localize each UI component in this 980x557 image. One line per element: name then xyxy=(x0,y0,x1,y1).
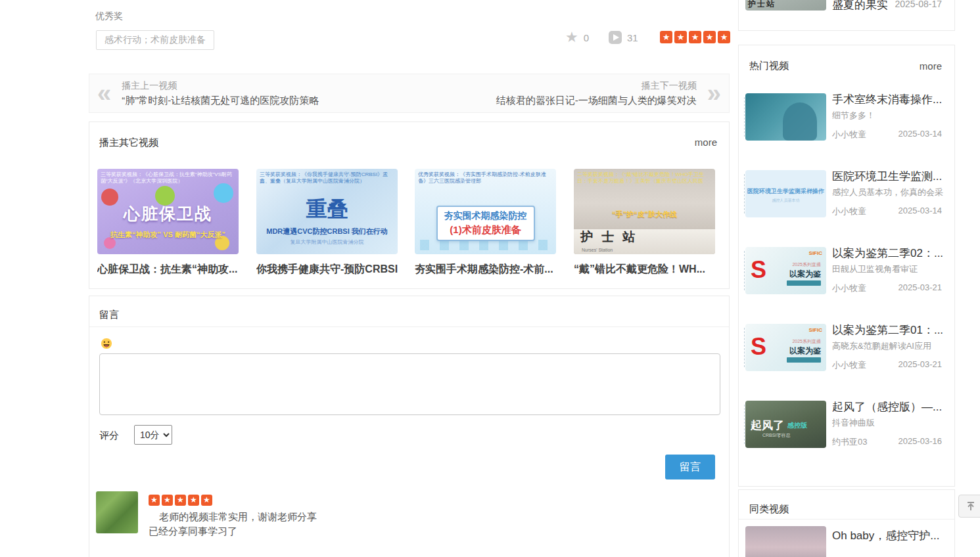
rating-select[interactable]: 10分 xyxy=(134,425,172,445)
video-thumbnail[interactable]: 三等奖获奖视频：《心脏保卫战：抗生素“神助攻”VS耐药菌“大反派”》（北京大学深… xyxy=(97,169,239,254)
comment-textarea[interactable] xyxy=(99,353,720,415)
thumbnail-subline: CRBSI零容忍 xyxy=(762,432,790,439)
hot-video-item[interactable]: S SIFIC 2025系列直播 以案为鉴 以案为鉴第二季02：... 田靓从卫… xyxy=(739,247,954,294)
video-thumbnail[interactable] xyxy=(745,93,826,141)
video-title[interactable]: 医院环境卫生学监测... xyxy=(832,169,946,184)
back-to-top-icon xyxy=(966,501,976,512)
hot-videos-more-link[interactable]: more xyxy=(920,60,942,72)
similar-videos-section: 同类视频 Oh baby，感控守护... xyxy=(738,489,955,557)
video-author: 约书亚03 xyxy=(832,436,867,448)
video-title[interactable]: 以案为鉴第二季01：... xyxy=(832,323,946,338)
prev-video-label: 播主上一视频 xyxy=(122,80,319,92)
video-date: 2025-03-21 xyxy=(898,359,943,369)
thumbnail-headline: 重叠 xyxy=(256,195,398,224)
play-count-icon xyxy=(609,31,622,44)
video-thumbnail[interactable]: 二等奖获奖视频：《“戴”错比不戴更危险！WHO手卫生日：手套不是万能盾！》王美忻… xyxy=(574,169,715,254)
video-thumbnail[interactable]: S SIFIC 2025系列直播 以案为鉴 xyxy=(745,324,826,371)
star-badge-icon xyxy=(201,495,212,506)
rating-label: 评分 xyxy=(99,430,119,442)
prev-video-title: “肺”常时刻-让结核菌无处可逃的医院攻防策略 xyxy=(122,95,319,107)
star-badge-icon xyxy=(660,31,672,43)
section-title-similar-videos: 同类视频 xyxy=(749,503,789,516)
sidebar-previous-list-section: 护士站 盛夏的果实 2025-08-17 xyxy=(738,0,955,31)
star-badge-icon xyxy=(175,495,186,506)
thumbnail-headline: 夯实围术期感染防控 xyxy=(444,210,527,222)
video-author: 小小牧童 xyxy=(832,359,866,371)
comment-rating-stars xyxy=(149,495,212,506)
video-nav-bar: 播主上一视频 “肺”常时刻-让结核菌无处可逃的医院攻防策略 播主下一视频 结核君… xyxy=(89,74,730,113)
star-badge-icon xyxy=(162,495,173,506)
thumbnail-subline: MDR遭遇CVC防控CRBSI 我们在行动 xyxy=(256,227,398,236)
thumbnail-caption: 2025系列直播 xyxy=(792,338,821,345)
video-thumbnail[interactable]: 医院环境卫生学监测采样操作 感控人员基本功 xyxy=(745,170,826,217)
thumbnail-headline: 心脏保卫战 xyxy=(97,203,239,225)
thumbnail-title-box: 夯实围术期感染防控 (1)术前皮肤准备 xyxy=(436,206,535,241)
video-card: 二等奖获奖视频：《“戴”错比不戴更危险！WHO手卫生日：手套不是万能盾！》王美忻… xyxy=(574,169,715,277)
video-thumbnail[interactable]: 护士站 xyxy=(745,0,826,11)
sific-logo: SIFIC xyxy=(809,327,822,333)
next-video-link[interactable]: 播主下一视频 结核君的嚣张日记-一场细菌与人类的爆笑对决 xyxy=(496,74,721,112)
section-title-comments: 留言 xyxy=(99,309,119,321)
video-title[interactable]: 起风了（感控版）—... xyxy=(832,399,946,414)
prev-video-link[interactable]: 播主上一视频 “肺”常时刻-让结核菌无处可逃的医院攻防策略 xyxy=(97,74,319,112)
star-badge-icon xyxy=(703,31,716,43)
video-subtitle: 田靓从卫监视角看审证 xyxy=(832,263,946,275)
video-title[interactable]: 盛夏的果实 xyxy=(832,0,888,12)
video-thumbnail[interactable]: S SIFIC 2025系列直播 以案为鉴 xyxy=(745,247,826,294)
video-thumbnail[interactable]: 三等奖获奖视频：《你我携手健康共守-预防CRBSI》孟鑫、重叠（复旦大学附属中山… xyxy=(256,169,398,254)
chevron-double-right-icon xyxy=(707,82,721,104)
video-date: 2025-08-17 xyxy=(895,0,942,9)
prev-video-texts: 播主上一视频 “肺”常时刻-让结核菌无处可逃的医院攻防策略 xyxy=(122,80,319,107)
video-title[interactable]: 以案为鉴第二季02：... xyxy=(832,246,946,261)
thumbnail-subline: 感控人员基本功 xyxy=(745,198,826,204)
hot-video-item[interactable]: 起风了 感控版 CRBSI零容忍 起风了（感控版）—... 抖音神曲版 约书亚0… xyxy=(739,401,954,448)
hot-videos-section: 热门视频 more 手术室终末消毒操作... 细节多多！ 小小牧童 2025-0… xyxy=(738,45,955,487)
back-to-top-button[interactable] xyxy=(958,495,980,518)
video-title[interactable]: 心脏保卫战：抗生素“神助攻... xyxy=(97,263,239,277)
video-date: 2025-03-16 xyxy=(898,436,943,446)
divider xyxy=(739,519,954,520)
hot-video-item[interactable]: 手术室终末消毒操作... 细节多多！ 小小牧童 2025-03-14 xyxy=(739,93,954,141)
video-subtitle: 感控人员基本功，你真的会采 xyxy=(832,187,946,198)
thumbnail-caption: 2025系列直播 xyxy=(792,261,821,268)
divider xyxy=(89,326,729,327)
video-date: 2025-03-14 xyxy=(898,129,943,139)
microbe-decoration xyxy=(214,183,233,203)
video-title[interactable]: 夯实围手术期感染防控-术前... xyxy=(415,263,556,277)
award-tag[interactable]: 感术行动；术前皮肤准备 xyxy=(96,30,214,50)
video-thumbnail[interactable] xyxy=(745,526,826,557)
play-stat: 31 xyxy=(609,31,638,44)
video-thumbnail[interactable]: 优秀奖获奖视频：《夯实围手术期感染防控-术前皮肤准备》三六三医院感染管理部 夯实… xyxy=(415,169,556,254)
video-card: 三等奖获奖视频：《心脏保卫战：抗生素“神助攻”VS耐药菌“大反派”》（北京大学深… xyxy=(97,169,239,277)
next-video-texts: 播主下一视频 结核君的嚣张日记-一场细菌与人类的爆笑对决 xyxy=(496,80,697,107)
thumbnail-logo-letter: S xyxy=(751,256,766,284)
hot-video-item[interactable]: S SIFIC 2025系列直播 以案为鉴 以案为鉴第二季01：... 高晓东&… xyxy=(739,324,954,371)
thumbnail-footnote: 复旦大学附属中山医院青浦分院 xyxy=(256,238,398,246)
comment-text-line: 老师的视频非常实用，谢谢老师分享 xyxy=(159,511,317,524)
submit-comment-button[interactable]: 留言 xyxy=(665,455,715,479)
video-title[interactable]: “戴”错比不戴更危险！WH... xyxy=(574,263,715,277)
hot-video-item[interactable]: 医院环境卫生学监测采样操作 感控人员基本功 医院环境卫生学监测... 感控人员基… xyxy=(739,170,954,217)
next-video-label: 播主下一视频 xyxy=(496,80,697,92)
video-author: 小小牧童 xyxy=(832,206,866,217)
section-title-other-videos: 播主其它视频 xyxy=(99,137,158,149)
thumbnail-tag: 感控版 xyxy=(787,421,807,430)
comment-text-line: 已经分享同事学习了 xyxy=(149,525,237,538)
favorite-count: 0 xyxy=(584,32,589,43)
other-videos-more-link[interactable]: more xyxy=(695,137,717,148)
video-subtitle: 抖音神曲版 xyxy=(832,417,946,429)
next-video-title: 结核君的嚣张日记-一场细菌与人类的爆笑对决 xyxy=(496,95,697,107)
award-label: 优秀奖 xyxy=(95,11,123,22)
video-date: 2025-03-21 xyxy=(898,282,943,292)
emoji-smiley-icon[interactable] xyxy=(101,338,112,349)
thumbnail-headline: 起风了 xyxy=(751,418,784,433)
chevron-double-left-icon xyxy=(97,82,111,104)
video-title[interactable]: 你我携手健康共守-预防CRBSI xyxy=(256,263,398,277)
favorite-stat: ★ 0 xyxy=(565,30,589,45)
favorite-star-icon: ★ xyxy=(565,30,578,45)
video-title[interactable]: Oh baby，感控守护... xyxy=(832,528,950,543)
video-title[interactable]: 手术室终末消毒操作... xyxy=(832,92,946,107)
video-thumbnail[interactable]: 起风了 感控版 CRBSI零容忍 xyxy=(745,401,826,448)
video-date: 2025-03-14 xyxy=(898,206,943,215)
sific-logo: SIFIC xyxy=(809,250,822,256)
